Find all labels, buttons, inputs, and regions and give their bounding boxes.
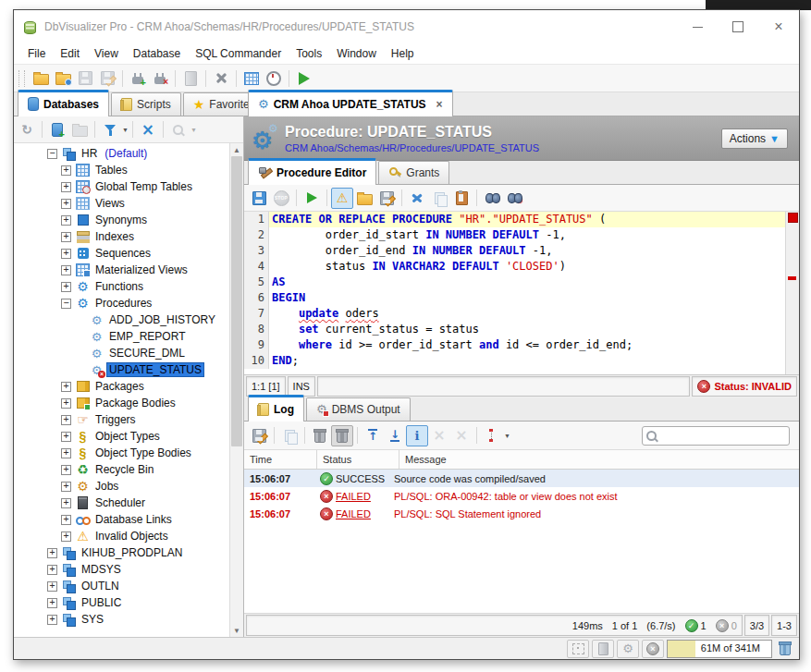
background-tasks-button[interactable] (617, 640, 639, 658)
load-from-file-button[interactable] (353, 188, 375, 209)
clear-on-execute-toggle[interactable] (331, 425, 353, 446)
tab-databases[interactable]: Databases (18, 90, 109, 116)
new-sql-commander-button[interactable] (240, 67, 263, 89)
code-line-8[interactable]: 8 set current_status = status (244, 322, 785, 337)
plus-expander-icon[interactable]: + (47, 581, 57, 592)
tab-grants[interactable]: Grants (378, 161, 449, 184)
plus-expander-icon[interactable]: + (61, 465, 71, 475)
tab-scripts[interactable]: Scripts (111, 92, 181, 116)
toolbar-grip[interactable] (18, 70, 25, 87)
plus-expander-icon[interactable]: + (61, 415, 71, 425)
log-row[interactable]: 15:06:07×FAILEDPL/SQL: SQL Statement ign… (244, 505, 799, 522)
tree-node-indexes[interactable]: +Indexes (14, 228, 229, 245)
log-export-button[interactable] (248, 425, 270, 446)
code-text[interactable]: update oders (269, 306, 785, 322)
plus-expander-icon[interactable]: + (61, 398, 71, 409)
menu-help[interactable]: Help (385, 45, 421, 62)
tree-node-label[interactable]: Packages (93, 380, 146, 393)
scroll-to-bottom-button[interactable] (384, 425, 406, 446)
tree-node-invalid-objects[interactable]: +Invalid Objects (14, 528, 229, 544)
scroll-track[interactable] (230, 156, 243, 624)
error-overview-ruler[interactable] (785, 212, 799, 374)
tree-node-outln[interactable]: +OUTLN (14, 578, 229, 594)
layout-button[interactable] (567, 640, 589, 658)
tree-node-label[interactable]: Recycle Bin (93, 463, 155, 476)
tree-node-label[interactable]: Views (93, 197, 127, 210)
tree-node-label[interactable]: Scheduler (93, 496, 147, 509)
column-time[interactable]: Time (244, 450, 317, 469)
find-replace-button[interactable] (503, 188, 525, 209)
log-copy-button[interactable] (278, 425, 301, 446)
object-breadcrumb[interactable]: CRM Ahoa/Schemas/HR/Procedures/UPDATE_ST… (285, 141, 721, 154)
plus-expander-icon[interactable]: + (61, 265, 71, 275)
connections-button[interactable] (592, 640, 614, 658)
code-line-9[interactable]: 9 where id >= order_id_start and id <= o… (244, 337, 785, 353)
menu-tools[interactable]: Tools (289, 45, 328, 62)
code-text[interactable]: order_id_end IN NUMBER DEFAULT -1, (269, 243, 785, 259)
log-search-box[interactable] (642, 426, 790, 446)
scroll-down-icon[interactable]: ▼ (230, 624, 243, 637)
tree-node-mdsys[interactable]: +MDSYS (14, 561, 229, 578)
tab-object-update-status[interactable]: CRM Ahoa UPDATE_STATUS × (248, 90, 453, 116)
error-indicator-icon[interactable] (788, 213, 798, 223)
scroll-thumb[interactable] (231, 156, 242, 446)
code-text[interactable]: END; (269, 353, 785, 369)
plus-expander-icon[interactable]: + (47, 598, 57, 608)
column-message[interactable]: Message (399, 450, 799, 469)
code-editor[interactable]: 1CREATE OR REPLACE PROCEDURE "HR"."UPDAT… (244, 212, 799, 375)
plus-expander-icon[interactable]: + (61, 531, 71, 542)
plus-expander-icon[interactable]: + (47, 548, 57, 558)
disconnect-button[interactable]: × (149, 67, 171, 89)
expand-all-button[interactable] (428, 425, 450, 446)
tree-node-functions[interactable]: +Functions (14, 278, 229, 295)
tree-node-public[interactable]: +PUBLIC (14, 594, 229, 611)
server-info-button[interactable] (179, 67, 202, 89)
tree-node-synonyms[interactable]: +Synonyms (14, 212, 229, 228)
menu-edit[interactable]: Edit (54, 45, 86, 62)
code-line-10[interactable]: 10END; (244, 353, 785, 369)
connect-button[interactable]: + (127, 67, 149, 89)
paste-button[interactable] (450, 188, 473, 209)
tree-node-update-status[interactable]: UPDATE_STATUS (14, 361, 229, 378)
tab-log[interactable]: Log (248, 395, 304, 422)
plus-expander-icon[interactable]: + (61, 199, 71, 209)
tree-node-label[interactable]: ADD_JOB_HISTORY (107, 313, 217, 326)
log-row[interactable]: 15:06:07✓SUCCESSSource code was compiled… (244, 470, 799, 487)
code-text[interactable]: where id >= order_id_start and id <= ord… (269, 337, 785, 353)
tree-node-label[interactable]: Jobs (93, 480, 120, 493)
scroll-to-top-button[interactable] (362, 425, 384, 446)
plus-expander-icon[interactable]: + (61, 482, 71, 492)
tree-node-label[interactable]: Materialized Views (93, 263, 190, 276)
tree-node-label[interactable]: Sequences (93, 247, 153, 260)
tree-node-add-job-history[interactable]: ADD_JOB_HISTORY (14, 312, 229, 328)
plus-expander-icon[interactable]: + (47, 565, 57, 575)
plus-expander-icon[interactable]: + (61, 448, 71, 458)
code-line-1[interactable]: 1CREATE OR REPLACE PROCEDURE "HR"."UPDAT… (244, 212, 785, 227)
row-height-button[interactable] (481, 425, 503, 446)
scroll-up-icon[interactable]: ▲ (230, 143, 243, 156)
tree-node-label[interactable]: Indexes (93, 230, 136, 243)
code-line-6[interactable]: 6BEGIN (244, 290, 785, 306)
stop-button[interactable]: STOP (270, 188, 292, 209)
tree-node-label[interactable]: PUBLIC (80, 596, 123, 609)
open-connection-button[interactable] (52, 67, 74, 89)
log-row[interactable]: 15:06:07×FAILEDPL/SQL: ORA-00942: table … (244, 487, 799, 505)
plus-expander-icon[interactable]: + (61, 249, 71, 259)
tree-node-label[interactable]: SYS (80, 613, 105, 626)
plus-expander-icon[interactable]: + (61, 515, 71, 525)
find-button[interactable] (481, 188, 503, 209)
cut-button[interactable] (406, 188, 428, 209)
tab-dbms-output[interactable]: DBMS Output (306, 397, 411, 421)
collapse-all-log-button[interactable] (450, 425, 473, 446)
tree-node-kihub-prodplan[interactable]: +KIHUB_PRODPLAN (14, 544, 229, 561)
plus-expander-icon[interactable]: + (61, 432, 71, 442)
tool-properties-button[interactable] (210, 67, 232, 89)
code-line-5[interactable]: 5AS (244, 275, 785, 290)
tree-node-label[interactable]: Synonyms (93, 214, 149, 226)
tree-node-label[interactable]: UPDATE_STATUS (107, 363, 203, 376)
copy-button[interactable] (428, 188, 450, 209)
tree-node-label[interactable]: Database Links (93, 513, 174, 526)
tree-scrollbar[interactable]: ▲ ▼ (229, 143, 243, 637)
memory-indicator[interactable]: 61M of 341M (667, 640, 772, 658)
locate-in-tree-button[interactable] (167, 119, 190, 141)
